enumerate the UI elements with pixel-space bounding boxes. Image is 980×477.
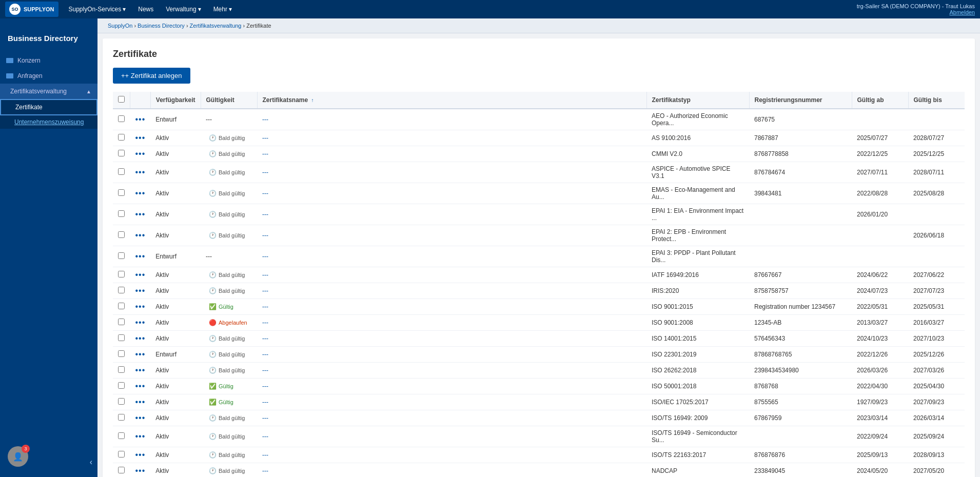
nav-mehr[interactable]: Mehr ▾	[208, 3, 237, 16]
row-checkbox[interactable]	[118, 189, 125, 196]
certificate-name-link[interactable]: ---	[262, 253, 268, 260]
sidebar-item-konzern[interactable]: Konzern	[0, 53, 97, 68]
sidebar-item-zertifikate[interactable]: Zertifikate	[0, 99, 97, 115]
row-checkbox[interactable]	[118, 303, 125, 309]
sidebar-item-anfragen[interactable]: Anfragen	[0, 68, 97, 84]
row-actions-cell[interactable]: •••	[130, 315, 151, 331]
row-checkbox[interactable]	[118, 134, 125, 141]
col-header-name[interactable]: Zertifikatsname ↑	[257, 92, 646, 109]
certificate-name-link[interactable]: ---	[262, 134, 268, 142]
nav-verwaltung[interactable]: Verwaltung ▾	[161, 3, 206, 16]
row-name[interactable]: ---	[257, 347, 646, 363]
row-checkbox[interactable]	[118, 271, 125, 277]
row-actions-cell[interactable]: •••	[130, 347, 151, 363]
row-actions-cell[interactable]: •••	[130, 410, 151, 426]
row-actions-button[interactable]: •••	[135, 302, 146, 311]
row-name[interactable]: ---	[257, 246, 646, 267]
row-actions-button[interactable]: •••	[135, 133, 146, 142]
certificate-name-link[interactable]: ---	[262, 116, 268, 123]
row-checkbox[interactable]	[118, 231, 125, 238]
row-actions-cell[interactable]: •••	[130, 426, 151, 447]
certificate-name-link[interactable]: ---	[262, 451, 268, 459]
row-actions-button[interactable]: •••	[135, 149, 146, 158]
row-actions-cell[interactable]: •••	[130, 394, 151, 410]
breadcrumb-supplyon[interactable]: SupplyOn	[108, 23, 132, 29]
certificate-name-link[interactable]: ---	[262, 303, 268, 310]
row-actions-cell[interactable]: •••	[130, 379, 151, 394]
certificate-name-link[interactable]: ---	[262, 190, 268, 197]
row-name[interactable]: ---	[257, 204, 646, 225]
certificate-name-link[interactable]: ---	[262, 319, 268, 326]
row-actions-cell[interactable]: •••	[130, 331, 151, 347]
certificate-name-link[interactable]: ---	[262, 169, 268, 176]
row-checkbox[interactable]	[118, 115, 125, 122]
row-actions-button[interactable]: •••	[135, 210, 146, 218]
row-name[interactable]: ---	[257, 130, 646, 146]
row-checkbox[interactable]	[118, 350, 125, 357]
row-actions-button[interactable]: •••	[135, 115, 146, 124]
row-actions-button[interactable]: •••	[135, 252, 146, 261]
row-name[interactable]: ---	[257, 331, 646, 347]
row-actions-button[interactable]: •••	[135, 450, 146, 459]
row-checkbox[interactable]	[118, 382, 125, 389]
row-checkbox[interactable]	[118, 366, 125, 373]
row-actions-cell[interactable]: •••	[130, 246, 151, 267]
row-checkbox[interactable]	[118, 252, 125, 259]
row-checkbox[interactable]	[118, 168, 125, 175]
row-name[interactable]: ---	[257, 299, 646, 315]
row-actions-button[interactable]: •••	[135, 432, 146, 441]
row-checkbox[interactable]	[118, 451, 125, 458]
certificate-name-link[interactable]: ---	[262, 399, 268, 406]
row-checkbox[interactable]	[118, 334, 125, 341]
row-checkbox[interactable]	[118, 414, 125, 421]
certificate-name-link[interactable]: ---	[262, 287, 268, 294]
row-actions-button[interactable]: •••	[135, 350, 146, 359]
sidebar-section-zertifikatsverwaltung[interactable]: Zertifikatsverwaltung ▲	[0, 84, 97, 99]
avatar[interactable]: 👤 3	[8, 446, 28, 467]
logo[interactable]: SO SUPPLYON	[5, 2, 58, 17]
certificate-name-link[interactable]: ---	[262, 467, 268, 474]
certificate-name-link[interactable]: ---	[262, 335, 268, 342]
row-actions-button[interactable]: •••	[135, 286, 146, 295]
certificate-name-link[interactable]: ---	[262, 271, 268, 279]
row-actions-button[interactable]: •••	[135, 189, 146, 197]
add-certificate-button[interactable]: + + Zertifikat anlegen	[113, 68, 190, 84]
row-actions-button[interactable]: •••	[135, 413, 146, 422]
row-name[interactable]: ---	[257, 146, 646, 162]
row-name[interactable]: ---	[257, 379, 646, 394]
row-actions-button[interactable]: •••	[135, 318, 146, 327]
row-name[interactable]: ---	[257, 109, 646, 130]
row-actions-button[interactable]: •••	[135, 466, 146, 475]
row-actions-cell[interactable]: •••	[130, 299, 151, 315]
nav-supplyon-services[interactable]: SupplyOn-Services ▾	[64, 3, 131, 16]
sidebar-collapse-button[interactable]: ‹	[90, 458, 92, 467]
row-checkbox[interactable]	[118, 319, 125, 325]
row-checkbox[interactable]	[118, 210, 125, 217]
certificate-name-link[interactable]: ---	[262, 232, 268, 239]
row-name[interactable]: ---	[257, 363, 646, 379]
row-actions-cell[interactable]: •••	[130, 109, 151, 130]
row-name[interactable]: ---	[257, 426, 646, 447]
row-name[interactable]: ---	[257, 315, 646, 331]
row-actions-button[interactable]: •••	[135, 231, 146, 240]
certificate-name-link[interactable]: ---	[262, 433, 268, 440]
certificate-name-link[interactable]: ---	[262, 211, 268, 218]
row-name[interactable]: ---	[257, 225, 646, 246]
row-actions-button[interactable]: •••	[135, 270, 146, 279]
row-actions-cell[interactable]: •••	[130, 463, 151, 478]
row-actions-cell[interactable]: •••	[130, 363, 151, 379]
row-name[interactable]: ---	[257, 267, 646, 283]
row-name[interactable]: ---	[257, 183, 646, 204]
row-actions-button[interactable]: •••	[135, 168, 146, 176]
row-checkbox[interactable]	[118, 287, 125, 293]
row-actions-cell[interactable]: •••	[130, 162, 151, 183]
row-checkbox[interactable]	[118, 150, 125, 156]
row-actions-cell[interactable]: •••	[130, 146, 151, 162]
row-actions-button[interactable]: •••	[135, 398, 146, 406]
breadcrumb-zertifikatsverwaltung[interactable]: Zertifikatsverwaltung	[190, 23, 242, 29]
certificate-name-link[interactable]: ---	[262, 383, 268, 390]
row-checkbox[interactable]	[118, 432, 125, 439]
certificate-name-link[interactable]: ---	[262, 351, 268, 358]
row-actions-cell[interactable]: •••	[130, 225, 151, 246]
row-name[interactable]: ---	[257, 447, 646, 463]
